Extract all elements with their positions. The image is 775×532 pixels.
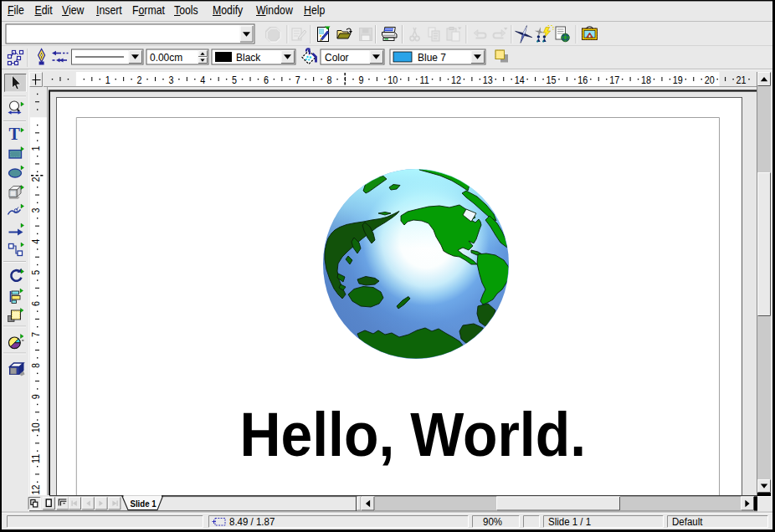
svg-text:7: 7 (295, 74, 300, 85)
svg-text:13: 13 (483, 74, 493, 85)
svg-text:Format: Format (132, 3, 165, 17)
svg-text:4: 4 (200, 74, 206, 85)
svg-text:5: 5 (30, 270, 41, 275)
svg-text:Modify: Modify (213, 3, 244, 17)
svg-text:Black: Black (236, 52, 261, 64)
svg-text:Color: Color (325, 52, 349, 64)
svg-text:Hello, World.: Hello, World. (240, 399, 586, 469)
svg-text:14: 14 (515, 74, 526, 85)
svg-text:11: 11 (420, 74, 429, 85)
svg-text:Insert: Insert (96, 3, 122, 17)
svg-text:1: 1 (105, 74, 110, 85)
svg-text:Slide 1: Slide 1 (131, 498, 157, 509)
svg-text:18: 18 (641, 74, 651, 85)
svg-text:View: View (62, 3, 85, 17)
svg-text:2: 2 (30, 176, 41, 182)
svg-text:1: 1 (30, 146, 41, 151)
svg-text:Blue 7: Blue 7 (418, 52, 446, 64)
svg-text:Edit: Edit (35, 3, 54, 17)
svg-text:8.49 / 1.87: 8.49 / 1.87 (229, 516, 275, 529)
svg-text:0.00cm: 0.00cm (150, 52, 182, 64)
svg-text:20: 20 (705, 74, 715, 85)
svg-text:4: 4 (30, 238, 41, 244)
svg-text:90%: 90% (483, 516, 502, 529)
svg-text:16: 16 (577, 74, 588, 85)
svg-text:Window: Window (256, 3, 293, 17)
svg-text:11: 11 (30, 454, 41, 463)
svg-text:10: 10 (388, 74, 398, 85)
svg-text:10: 10 (30, 422, 41, 432)
svg-text:8: 8 (327, 74, 332, 85)
svg-text:8: 8 (30, 363, 41, 368)
svg-text:21: 21 (737, 74, 747, 85)
svg-text:6: 6 (30, 301, 41, 306)
svg-text:5: 5 (232, 74, 237, 85)
svg-text:Tools: Tools (174, 3, 198, 17)
svg-text:3: 3 (30, 208, 41, 213)
svg-text:7: 7 (30, 332, 41, 337)
svg-text:T: T (9, 125, 21, 143)
svg-text:Default: Default (672, 516, 703, 529)
svg-text:6: 6 (264, 74, 269, 85)
svg-text:19: 19 (673, 74, 683, 85)
svg-text:File: File (8, 3, 24, 17)
svg-text:15: 15 (546, 74, 556, 85)
svg-text:12: 12 (30, 484, 41, 494)
svg-text:2: 2 (137, 74, 142, 85)
svg-text:17: 17 (609, 74, 619, 85)
svg-text:Help: Help (304, 3, 325, 17)
svg-text:Slide 1 / 1: Slide 1 / 1 (548, 516, 591, 529)
svg-text:12: 12 (451, 74, 461, 85)
svg-text:9: 9 (30, 394, 41, 399)
svg-text:3: 3 (168, 74, 173, 85)
svg-text:9: 9 (358, 74, 363, 85)
